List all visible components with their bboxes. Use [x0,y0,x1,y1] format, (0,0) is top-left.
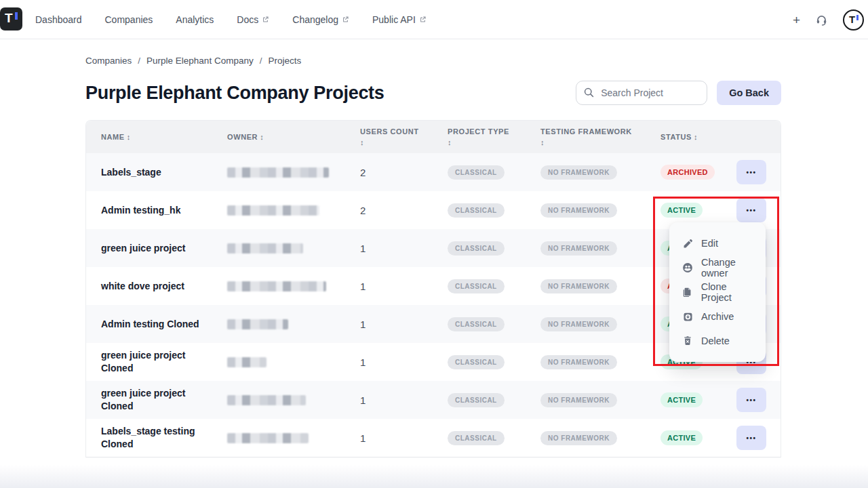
clone-copy-icon [682,287,694,298]
breadcrumb: Companies / Purple Elephant Company / Pr… [85,56,781,66]
search-icon [583,87,595,101]
row-actions-button[interactable]: ••• [736,160,766,184]
users-count: 1 [360,394,448,406]
column-header-project-type[interactable]: PROJECT TYPE↕ [448,126,540,148]
menu-item-edit[interactable]: Edit [669,231,766,256]
column-header-owner[interactable]: OWNER↕ [227,131,360,143]
nav-item-public-api[interactable]: Public API [372,14,427,25]
redacted-owner [227,357,267,367]
testing-framework-badge: NO FRAMEWORK [540,393,617,407]
nav-right-actions: + T [793,0,864,39]
go-back-button[interactable]: Go Back [717,81,781,105]
project-owner [227,167,360,178]
change-owner-users-icon [682,262,694,274]
project-type-badge: CLASSICAL [448,431,505,445]
external-link-icon [342,16,349,23]
support-headset-icon[interactable] [815,14,828,26]
project-owner [227,319,360,329]
menu-item-delete[interactable]: Delete [669,329,766,353]
external-link-icon [262,16,269,23]
table-row: green juice project Cloned 1 CLASSICAL N… [86,381,781,419]
external-link-icon [419,16,427,23]
top-nav: T Dashboard Companies Analytics Docs Cha… [0,0,868,39]
redacted-owner [227,281,326,291]
menu-item-clone-project[interactable]: Clone Project [669,280,766,304]
table-row: Labels_stage 2 CLASSICAL NO FRAMEWORK AR… [86,153,781,191]
search-wrap [576,81,707,105]
logo-tick-icon [15,12,18,20]
nav-item-companies[interactable]: Companies [105,14,153,25]
redacted-owner [227,395,306,405]
redacted-owner [227,243,303,253]
testing-framework-badge: NO FRAMEWORK [540,317,617,331]
testing-framework-badge: NO FRAMEWORK [540,241,617,256]
users-count: 1 [360,357,448,368]
sort-icon: ↕ [360,137,429,148]
testing-framework-badge: NO FRAMEWORK [540,203,617,218]
redacted-owner [227,205,319,216]
avatar-logo-tick-icon [856,15,859,20]
menu-item-change-owner[interactable]: Change owner [669,256,766,280]
project-owner [227,243,360,253]
sort-icon: ↕ [127,133,131,141]
column-header-status[interactable]: STATUS↕ [660,131,736,143]
project-owner [227,205,360,216]
logo-letter: T [5,11,13,26]
bottom-fade [0,465,868,488]
title-actions: Go Back [576,81,781,105]
search-input[interactable] [576,81,707,105]
add-button[interactable]: + [793,14,800,26]
breadcrumb-companies[interactable]: Companies [85,56,132,66]
column-header-name[interactable]: NAME↕ [86,131,227,143]
users-count: 1 [360,432,448,444]
row-actions-button[interactable]: ••• [736,426,766,450]
status-badge: ACTIVE [660,430,703,445]
users-count: 1 [360,281,448,292]
testing-framework-badge: NO FRAMEWORK [540,279,617,293]
project-name: green juice project Cloned [86,381,227,419]
redacted-owner [227,167,329,178]
row-actions-button[interactable]: ••• [736,388,766,412]
column-header-users-count[interactable]: USERS COUNT↕ [360,126,448,148]
project-name: Labels_stage [86,160,227,185]
project-name: white dove project [86,274,227,299]
users-count: 2 [360,205,448,216]
user-avatar[interactable]: T [843,9,864,30]
project-owner [227,357,360,367]
project-name: Labels_stage testing Cloned [86,419,227,457]
breadcrumb-separator: / [138,56,140,66]
project-type-badge: CLASSICAL [448,165,505,180]
nav-item-analytics[interactable]: Analytics [176,14,214,25]
project-owner [227,281,360,291]
trash-icon [682,336,694,346]
nav-item-changelog[interactable]: Changelog [292,14,349,25]
app-logo[interactable]: T [0,7,22,30]
testing-framework-badge: NO FRAMEWORK [540,165,617,180]
row-actions-button[interactable]: ••• [736,198,766,222]
breadcrumb-company[interactable]: Purple Elephant Company [146,56,254,66]
table-row: Labels_stage testing Cloned 1 CLASSICAL … [86,419,781,457]
project-owner [227,395,360,405]
users-count: 2 [360,167,448,178]
breadcrumb-projects[interactable]: Projects [268,56,301,66]
users-count: 1 [360,319,448,330]
project-name: green juice project [86,236,227,261]
project-type-badge: CLASSICAL [448,355,505,369]
status-badge: ARCHIVED [660,165,715,180]
nav-item-dashboard[interactable]: Dashboard [35,14,82,25]
sort-icon: ↕ [540,137,642,148]
nav-items: Dashboard Companies Analytics Docs Chang… [35,14,427,25]
project-type-badge: CLASSICAL [448,393,505,407]
users-count: 1 [360,243,448,254]
project-name: Admin testing_hk [86,198,227,223]
testing-framework-badge: NO FRAMEWORK [540,431,617,445]
table-header: NAME↕ OWNER↕ USERS COUNT↕ PROJECT TYPE↕ … [86,121,781,153]
project-type-badge: CLASSICAL [448,279,505,293]
redacted-owner [227,433,309,443]
nav-item-docs[interactable]: Docs [237,14,269,25]
project-name: green juice project Cloned [86,343,227,381]
column-header-testing-framework[interactable]: TESTING FRAMEWORK↕ [540,126,660,148]
menu-item-archive[interactable]: Archive [669,304,766,329]
row-context-menu: Edit Change owner Clone Project Archive … [669,222,766,362]
status-badge: ACTIVE [660,392,703,407]
